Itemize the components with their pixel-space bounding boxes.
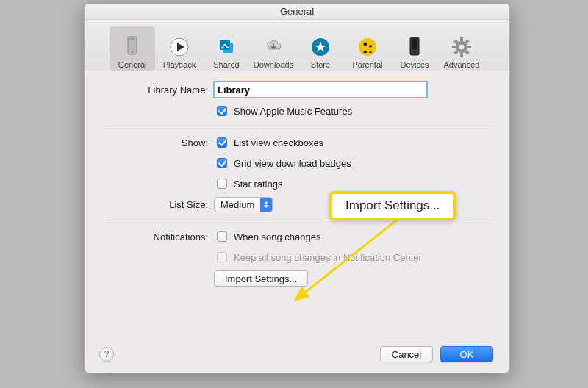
grid-view-badges-checkbox[interactable]: Grid view download badges xyxy=(214,156,351,170)
general-icon xyxy=(121,35,144,59)
toolbar-tab-label: Downloads xyxy=(254,60,293,69)
content-area: Library Name: Show Apple Music Features … xyxy=(85,71,509,300)
svg-point-2 xyxy=(132,51,134,54)
toolbar-tab-label: Advanced xyxy=(444,60,480,69)
library-name-label: Library Name: xyxy=(104,85,214,96)
callout-import-settings: Import Settings... xyxy=(329,191,456,220)
svg-rect-1 xyxy=(130,38,135,40)
svg-rect-19 xyxy=(452,46,456,48)
window-title: General xyxy=(280,6,314,17)
grid-view-badges-input[interactable] xyxy=(217,158,227,168)
preferences-toolbar: General Playback Shared xyxy=(85,20,509,71)
list-view-checkboxes-input[interactable] xyxy=(217,137,227,148)
notifications-label: Notifications: xyxy=(104,231,214,242)
callout-text: Import Settings... xyxy=(345,198,440,212)
keep-changes-input xyxy=(217,252,227,262)
toolbar-tab-playback[interactable]: Playback xyxy=(157,26,202,71)
toolbar-tab-label: Store xyxy=(311,60,330,69)
show-apple-music-checkbox[interactable]: Show Apple Music Features xyxy=(214,104,352,118)
svg-point-11 xyxy=(364,43,368,46)
star-ratings-input[interactable] xyxy=(217,179,227,189)
when-song-changes-label: When song changes xyxy=(234,231,321,242)
footer: ? Cancel OK xyxy=(99,346,493,362)
import-settings-button[interactable]: Import Settings... xyxy=(214,270,308,287)
svg-rect-18 xyxy=(460,53,463,57)
svg-point-7 xyxy=(221,46,223,48)
ok-button[interactable]: OK xyxy=(440,346,493,362)
toolbar-tab-parental[interactable]: Parental xyxy=(345,26,390,71)
toolbar-tab-store[interactable]: Store xyxy=(298,26,343,71)
keep-changes-label: Keep all song changes in Notification Ce… xyxy=(234,252,422,263)
toolbar-tab-label: General xyxy=(118,60,146,69)
svg-point-25 xyxy=(459,45,465,50)
help-button[interactable]: ? xyxy=(99,347,114,362)
ok-button-label: OK xyxy=(460,349,474,360)
devices-icon xyxy=(403,35,426,59)
toolbar-tab-label: Shared xyxy=(213,60,239,69)
when-song-changes-input[interactable] xyxy=(217,231,227,242)
toolbar-tab-label: Parental xyxy=(353,60,383,69)
toolbar-tab-advanced[interactable]: Advanced xyxy=(439,26,484,71)
star-ratings-checkbox[interactable]: Star ratings xyxy=(214,176,282,191)
downloads-icon xyxy=(262,35,285,59)
window-titlebar: General xyxy=(85,4,509,20)
parental-icon xyxy=(356,35,379,59)
playback-icon xyxy=(168,35,191,59)
svg-point-12 xyxy=(369,45,372,48)
list-size-select[interactable]: Medium xyxy=(214,197,273,212)
divider xyxy=(104,126,490,126)
preferences-window: General General Playback xyxy=(84,3,510,373)
grid-view-badges-label: Grid view download badges xyxy=(234,158,351,169)
svg-rect-20 xyxy=(467,46,471,48)
show-apple-music-checkbox-label: Show Apple Music Features xyxy=(234,106,352,117)
svg-rect-14 xyxy=(412,39,417,49)
show-label: Show: xyxy=(104,137,214,148)
cancel-button[interactable]: Cancel xyxy=(380,346,433,362)
toolbar-tab-general[interactable]: General xyxy=(110,26,155,71)
toolbar-tab-devices[interactable]: Devices xyxy=(392,26,437,71)
when-song-changes-checkbox[interactable]: When song changes xyxy=(214,229,321,244)
import-settings-button-label: Import Settings... xyxy=(225,273,297,284)
list-view-checkboxes-label: List view checkboxes xyxy=(234,137,323,148)
store-icon xyxy=(309,35,332,59)
cancel-button-label: Cancel xyxy=(392,349,421,360)
list-size-label: List Size: xyxy=(104,199,214,210)
svg-rect-17 xyxy=(460,37,463,41)
star-ratings-label: Star ratings xyxy=(234,179,282,190)
toolbar-tab-downloads[interactable]: Downloads xyxy=(251,26,296,71)
help-icon: ? xyxy=(104,349,110,359)
keep-changes-checkbox: Keep all song changes in Notification Ce… xyxy=(214,250,422,265)
library-name-input[interactable] xyxy=(214,82,427,98)
svg-point-10 xyxy=(359,38,376,56)
list-size-value: Medium xyxy=(215,199,260,210)
toolbar-tab-label: Devices xyxy=(400,60,429,69)
show-apple-music-checkbox-input[interactable] xyxy=(217,106,227,116)
gear-icon xyxy=(450,35,473,59)
toolbar-tab-shared[interactable]: Shared xyxy=(204,26,249,71)
list-view-checkboxes-checkbox[interactable]: List view checkboxes xyxy=(214,135,323,150)
chevron-up-down-icon xyxy=(260,198,272,212)
toolbar-tab-label: Playback xyxy=(163,60,196,69)
shared-icon xyxy=(215,35,238,59)
svg-point-15 xyxy=(414,51,416,54)
